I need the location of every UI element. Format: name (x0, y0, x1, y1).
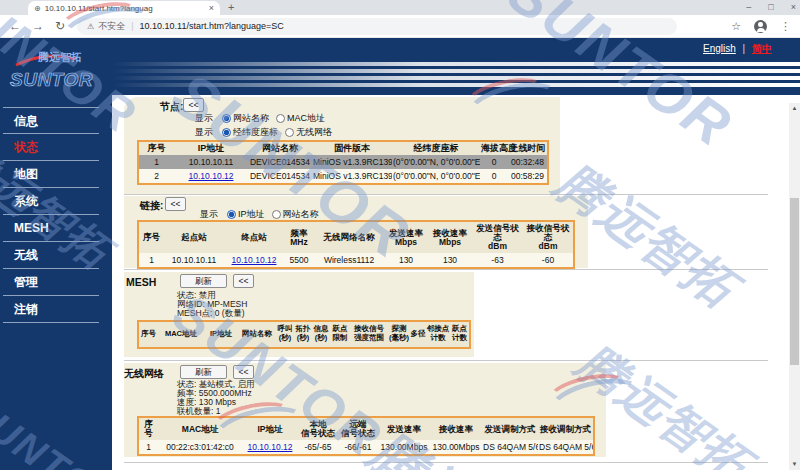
col-header: 发送速率 Mbps (384, 221, 428, 253)
banner-stripe (112, 62, 800, 66)
radio-mac-address[interactable] (276, 114, 285, 123)
node-table-row[interactable]: 2 10.10.10.12 DEVICE014534 MiniOS v1.3.9… (138, 169, 548, 184)
language-separator: | (743, 43, 746, 54)
radio-site-name[interactable] (222, 114, 231, 123)
browser-menu-icon[interactable]: ⋮ (780, 20, 791, 33)
node-collapse-button[interactable]: << (183, 98, 204, 112)
wireless-table-header-row: 序 号 MAC地址 IP地址 本地 信号状态 远端 信号状态 发送速率 接收速率… (138, 417, 594, 440)
section-mesh: MESH 刷新 << 状态: 禁用 网络ID: MP-MESH MESH点: 0… (124, 272, 474, 357)
wireless-table-row[interactable]: 1 00:22:c3:01:42:c0 10.10.10.12 -65/-65 … (138, 440, 594, 455)
node-ip-link[interactable]: 10.10.10.12 (189, 171, 234, 181)
col-header: 接收速率 Mbps (428, 221, 472, 253)
col-header: 拓扑 (秒) (294, 321, 312, 348)
client-ip-link[interactable]: 10.10.10.12 (248, 442, 293, 452)
col-header: 起点站 (164, 221, 224, 253)
tab-close-icon[interactable]: × (209, 3, 214, 13)
display-label: 显示 (195, 112, 213, 125)
mesh-table: 序号 MAC地址 IP地址 网站名称 呼叫 (秒) 拓扑 (秒) 信息 (秒) … (137, 320, 471, 349)
mesh-section-label: MESH (126, 276, 156, 288)
link-section-label: 链接: (140, 199, 163, 213)
radio-wireless-network-label: 无线网络 (296, 126, 332, 139)
browser-tab[interactable]: ⊕ 10.10.10.11/start.htm?languag × (28, 1, 220, 15)
scroll-up-icon[interactable]: ▲ (789, 103, 800, 114)
reload-icon[interactable]: ↻ (55, 19, 65, 33)
sidebar-item-mesh[interactable]: MESH (3, 215, 99, 242)
section-divider (124, 194, 768, 195)
col-header: 序号 (138, 321, 158, 348)
col-header: 固件版本 (312, 141, 392, 155)
col-header: 发送速率 (378, 417, 430, 440)
wireless-status-block: 状态: 基站模式, 启用 频率: 5500.000MHz 速度: 130 Mbp… (177, 380, 254, 416)
wireless-section-label: 无线网络 (124, 367, 164, 381)
language-link-english[interactable]: English (703, 43, 736, 54)
mesh-collapse-button[interactable]: << (233, 274, 254, 288)
logo-chinese-text: 腾远智拓 (37, 51, 82, 63)
col-header: 跃点 计数 (450, 321, 470, 348)
col-header: 终点站 (224, 221, 284, 253)
banner-stripe (112, 83, 800, 87)
link-table-row[interactable]: 1 10.10.10.11 10.10.10.12 5500 Wireless1… (138, 253, 574, 268)
profile-avatar[interactable] (754, 20, 767, 33)
page-header-banner: English | 简中 腾远智拓 SUNTOR (0, 38, 800, 95)
minimize-icon[interactable]: – (746, 0, 751, 14)
col-header: MAC地址 (158, 417, 242, 440)
radio-coordinates[interactable] (222, 128, 231, 137)
wireless-collapse-button[interactable]: << (233, 365, 254, 379)
close-icon[interactable]: × (791, 0, 796, 14)
section-divider (124, 269, 768, 270)
sidebar-item-wireless[interactable]: 无线 (3, 242, 99, 269)
mesh-refresh-button[interactable]: 刷新 (180, 274, 227, 288)
sidebar-item-status[interactable]: 状态 (3, 134, 99, 161)
col-header: 上线时间 (508, 141, 548, 155)
section-divider (124, 360, 768, 361)
banner-stripe (112, 76, 800, 80)
language-switcher: English | 简中 (703, 42, 772, 56)
radio-wireless-network[interactable] (285, 128, 294, 137)
url-input[interactable]: ⚠ 不安全 | 10.10.10.11/start.htm?language=S… (77, 18, 677, 35)
col-header: 频率 MHz (284, 221, 314, 253)
scrollbar-thumb[interactable] (790, 198, 799, 365)
sidebar-item-management[interactable]: 管理 (3, 269, 99, 296)
col-header: 发送信号状态 dBm (472, 221, 523, 253)
col-header: 多径 (410, 321, 426, 348)
col-header: IP地址 (242, 417, 298, 440)
mesh-table-header-row: 序号 MAC地址 IP地址 网站名称 呼叫 (秒) 拓扑 (秒) 信息 (秒) … (138, 321, 470, 348)
link-end-ip-link[interactable]: 10.10.10.12 (232, 255, 277, 265)
wireless-refresh-button[interactable]: 刷新 (180, 365, 227, 379)
section-link: 链接: << 显示 IP地址 网站名称 序号 起点站 终点站 频率 MHz 无线… (124, 196, 588, 268)
radio-ip-address[interactable] (227, 210, 236, 219)
col-header: 经纬度座标 (392, 141, 480, 155)
radio-site-name-2[interactable] (272, 210, 281, 219)
sidebar-item-info[interactable]: 信息 (3, 107, 99, 134)
sidebar-item-map[interactable]: 地图 (3, 161, 99, 188)
language-link-chinese[interactable]: 简中 (752, 43, 772, 54)
wireless-client-count-line: 联机数量: 1 (177, 407, 254, 416)
node-table-row-selected[interactable]: 1 10.10.10.11 DEVICE014534 MiniOS v1.3.9… (138, 155, 548, 169)
sidebar-item-system[interactable]: 系统 (3, 188, 99, 215)
col-header: 接收调制方式 (538, 417, 594, 440)
browser-nav-icons: ← → ↻ (9, 19, 65, 33)
scroll-down-icon[interactable]: ▼ (789, 459, 800, 470)
bookmark-star-icon[interactable]: ☆ (731, 20, 741, 33)
col-header: 接收信号 强度范围 (350, 321, 388, 348)
window-controls: – □ × (746, 0, 796, 14)
suntor-logo: 腾远智拓 SUNTOR (8, 48, 112, 98)
forward-icon[interactable]: → (32, 19, 44, 33)
col-header: 接收信号状态 dBm (523, 221, 574, 253)
col-header: 序号 (138, 141, 174, 155)
not-secure-warning-icon: ⚠ (87, 22, 94, 31)
link-collapse-button[interactable]: << (165, 197, 186, 211)
link-table-header-row: 序号 起点站 终点站 频率 MHz 无线网络名称 发送速率 Mbps 接收速率 … (138, 221, 574, 253)
col-header: 序 号 (138, 417, 158, 440)
back-icon[interactable]: ← (9, 19, 21, 33)
new-tab-button[interactable]: + (228, 1, 234, 13)
content-scrollbar[interactable]: ▲ ▼ (789, 103, 800, 470)
col-header: 跃点 限制 (330, 321, 350, 348)
node-table: 序号 IP地址 网站名称 固件版本 经纬度座标 海拔高度 上线时间 1 10.1… (137, 140, 549, 185)
display-label: 显示 (195, 126, 213, 139)
maximize-icon[interactable]: □ (768, 0, 773, 14)
sidebar-item-logout[interactable]: 注销 (3, 296, 99, 323)
radio-mac-address-label: MAC地址 (287, 112, 325, 125)
link-table: 序号 起点站 终点站 频率 MHz 无线网络名称 发送速率 Mbps 接收速率 … (137, 220, 575, 269)
col-header: 网站名称 (238, 321, 276, 348)
